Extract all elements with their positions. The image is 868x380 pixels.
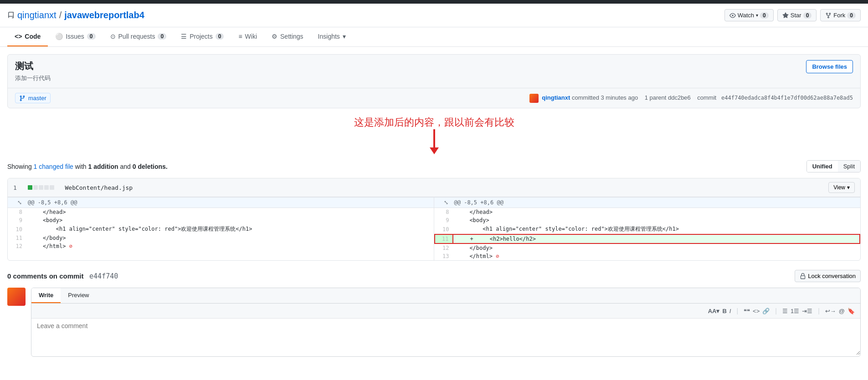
tab-settings-label: Settings [280,33,303,40]
commit-description: 添加一行代码 [15,74,51,82]
line-code: </html> ⊘ [26,242,434,250]
lock-conversation-button[interactable]: Lock conversation [795,270,861,282]
preview-tab[interactable]: Preview [61,288,96,303]
tab-insights-label: Insights [318,33,340,40]
file-info: 1 WebContent/head.jsp [13,184,133,191]
split-view-button[interactable]: Split [838,161,860,172]
line-num: 11 [8,234,26,242]
projects-icon: ☰ [181,33,187,40]
star-label: Star [791,12,801,19]
write-tab[interactable]: Write [31,288,61,303]
commit-keyword: commit [697,94,716,101]
star-button[interactable]: Star 0 [777,9,817,21]
watch-chevron-icon: ▾ [756,13,758,18]
toolbar-reply-icon[interactable]: ↩→ [825,308,836,314]
comment-textarea[interactable] [31,319,860,355]
repo-actions: Watch ▾ 0 Star 0 Fork 0 [724,9,861,21]
tab-wiki-label: Wiki [245,33,257,40]
top-bar [0,0,868,4]
changed-files-bar: Showing 1 changed file with 1 addition a… [7,160,861,172]
issues-badge: 0 [87,33,96,40]
table-row: 10 <h1 align="center" style="color: red"… [8,224,434,234]
toolbar-ref-icon[interactable]: 🔖 [847,308,855,314]
commit-username[interactable]: qingtianxt [542,94,570,101]
commit-short-hash: e44f740 [89,272,118,280]
toolbar-bold-icon[interactable]: B [722,308,726,314]
star-count: 0 [803,12,812,19]
tab-insights[interactable]: Insights ▾ [311,27,353,46]
comments-section: 0 comments on commit e44f740 Lock conver… [7,270,861,357]
table-row: 8 </head> [435,208,860,216]
line-num: 12 [8,242,26,250]
red-arrow [430,129,439,154]
insights-chevron-icon: ▾ [343,33,346,40]
toolbar-header-icon[interactable]: AA▾ [708,308,720,314]
hunk-header-left: ⤡ @@ -8,5 +8,6 @@ [8,198,434,208]
tab-settings[interactable]: ⚙ Settings [264,27,311,46]
toolbar-unordered-list-icon[interactable]: ☰ [782,308,788,314]
comments-title: 0 comments on commit e44f740 [7,272,118,280]
unified-view-button[interactable]: Unified [807,161,838,172]
expand-icon-right[interactable]: ⤡ [438,199,454,206]
comment-form: Write Preview AA▾ B I | ❝❝ <> 🔗 | [7,288,861,357]
toolbar-italic-icon[interactable]: I [729,308,731,314]
repo-owner[interactable]: qingtianxt [17,10,56,20]
tab-pulls[interactable]: ⊙ Pull requests 0 [103,27,174,46]
tab-wiki[interactable]: ≡ Wiki [231,27,264,46]
annotation-overlay: 这是添加后的内容，跟以前会有比较 [7,116,861,157]
toolbar-ordered-list-icon[interactable]: 1☰ [791,308,799,314]
toolbar-mention-icon[interactable]: @ [839,308,845,314]
line-num: 12 [435,243,453,252]
diff-table-left: 8 </head> 9 <body> 10 <h1 align="center"… [8,208,434,250]
line-num: 13 [435,252,453,260]
branch-icon [19,95,26,101]
tab-pulls-label: Pull requests [118,33,155,40]
commit-box-body: master qingtianxt committed 3 minutes ag… [8,88,860,108]
commit-full-hash: e44f740edadca8f4b4f1e7df00d62ae88a7e8ad5 [721,95,853,101]
comment-toolbar: AA▾ B I | ❝❝ <> 🔗 | ☰ 1☰ ⇥☰ [31,304,860,319]
view-file-button[interactable]: View ▾ [828,182,855,193]
arrow-line [433,129,435,147]
repo-name[interactable]: javawebreportlab4 [64,10,144,20]
table-row: 13 </html> ⊘ [435,252,860,260]
commit-box: 测试 添加一行代码 Browse files master qingtianxt… [7,54,861,108]
browse-files-button[interactable]: Browse files [806,60,853,73]
watch-button[interactable]: Watch ▾ 0 [724,9,774,21]
toolbar-quote-icon[interactable]: ❝❝ [744,308,750,314]
file-diff-actions: View ▾ [828,182,855,193]
added-line-row: 11 + <h2>hello</h2> [435,234,860,243]
diff-right: ⤡ @@ -8,5 +8,6 @@ 8 </head> 9 <body> [434,198,861,260]
line-num: 8 [8,208,26,216]
diff-view-buttons: Unified Split [806,160,861,172]
fork-button[interactable]: Fork 0 [820,9,861,21]
parent-label: 1 parent ddc2be6 [645,94,691,101]
changed-file-count[interactable]: 1 changed file [34,163,73,170]
stat-block-gray-1 [33,185,38,190]
line-code-added: + <h2>hello</h2> [453,234,860,243]
expand-icon-left[interactable]: ⤡ [11,199,28,206]
additions-count: 1 addition [88,163,118,170]
toolbar-group-insert: ❝❝ <> 🔗 [744,308,770,314]
issues-icon: ⚪ [55,33,63,40]
toolbar-code-icon[interactable]: <> [753,308,760,314]
arrow-head [430,147,439,154]
line-code: <h1 align="center" style="color: red">欢迎… [453,224,860,234]
repo-title: qingtianxt / javawebreportlab4 [7,10,144,20]
tab-code[interactable]: <> Code [7,27,48,46]
lock-icon [800,273,806,279]
line-num: 8 [435,208,453,216]
and-text: and [120,163,130,170]
toolbar-link-icon[interactable]: 🔗 [762,308,770,314]
code-icon: <> [15,33,22,40]
avatar [529,94,539,103]
branch-name: master [28,95,46,101]
toolbar-task-list-icon[interactable]: ⇥☰ [802,308,812,314]
commit-box-header: 测试 添加一行代码 Browse files [8,55,860,88]
nav-tabs: <> Code ⚪ Issues 0 ⊙ Pull requests 0 ☰ P… [0,27,868,47]
commit-time: committed 3 minutes ago [572,94,638,101]
pulls-badge: 0 [158,33,166,40]
branch-badge[interactable]: master [15,93,51,103]
settings-icon: ⚙ [272,33,277,40]
tab-projects[interactable]: ☰ Projects 0 [174,27,231,46]
tab-issues[interactable]: ⚪ Issues 0 [48,27,103,46]
